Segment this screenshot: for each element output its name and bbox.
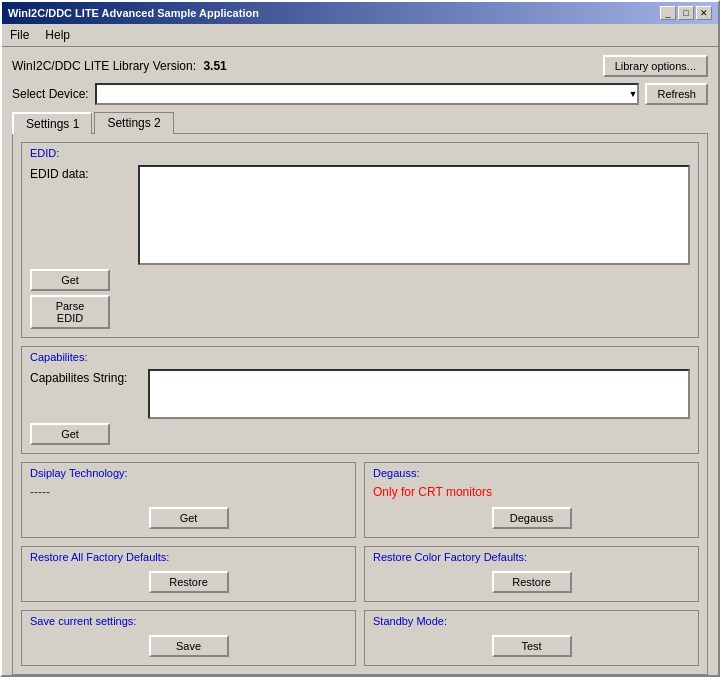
- bottom-row1: Dsiplay Technology: ----- Get Degauss: O…: [21, 462, 699, 538]
- title-text: WinI2C/DDC LITE Advanced Sample Applicat…: [8, 7, 259, 19]
- display-tech-value: -----: [30, 485, 347, 499]
- restore-all-section: Restore All Factory Defaults: Restore: [21, 546, 356, 602]
- content-area: WinI2C/DDC LITE Library Version: 3.51 Li…: [2, 47, 718, 677]
- test-button[interactable]: Test: [492, 635, 572, 657]
- caps-string-textarea[interactable]: [148, 369, 690, 419]
- tab-container: Settings 1 Settings 2 EDID: EDID data: G…: [12, 111, 708, 675]
- close-button[interactable]: ✕: [696, 6, 712, 20]
- edid-section-title: EDID:: [30, 147, 690, 159]
- library-options-button[interactable]: Library options...: [603, 55, 708, 77]
- menu-help[interactable]: Help: [41, 26, 74, 44]
- restore-color-section: Restore Color Factory Defaults: Restore: [364, 546, 699, 602]
- edid-get-button[interactable]: Get: [30, 269, 110, 291]
- select-device-row: Select Device: Refresh: [12, 83, 708, 105]
- capabilities-section-title: Capabilites:: [30, 351, 690, 363]
- refresh-button[interactable]: Refresh: [645, 83, 708, 105]
- caps-get-button[interactable]: Get: [30, 423, 110, 445]
- main-window: WinI2C/DDC LITE Advanced Sample Applicat…: [0, 0, 720, 677]
- title-controls: _ □ ✕: [660, 6, 712, 20]
- device-select-wrapper: [95, 83, 640, 105]
- edid-data-textarea[interactable]: [138, 165, 690, 265]
- tab-settings1[interactable]: Settings 1: [12, 112, 92, 134]
- title-bar: WinI2C/DDC LITE Advanced Sample Applicat…: [2, 2, 718, 24]
- save-settings-title: Save current settings:: [30, 615, 347, 627]
- degauss-section: Degauss: Only for CRT monitors Degauss: [364, 462, 699, 538]
- edid-data-label: EDID data:: [30, 165, 130, 181]
- tab-content-settings1: EDID: EDID data: Get Parse EDID Capabili…: [12, 133, 708, 675]
- degauss-title: Degauss:: [373, 467, 690, 479]
- device-select[interactable]: [95, 83, 640, 105]
- bottom-row3: Save current settings: Save Standby Mode…: [21, 610, 699, 666]
- display-tech-section: Dsiplay Technology: ----- Get: [21, 462, 356, 538]
- standby-title: Standby Mode:: [373, 615, 690, 627]
- bottom-row2: Restore All Factory Defaults: Restore Re…: [21, 546, 699, 602]
- caps-row: Capabilites String:: [30, 369, 690, 419]
- tabs-header: Settings 1 Settings 2: [12, 111, 708, 133]
- crt-only-text: Only for CRT monitors: [373, 485, 690, 499]
- parse-edid-button[interactable]: Parse EDID: [30, 295, 110, 329]
- restore-color-button[interactable]: Restore: [492, 571, 572, 593]
- save-settings-section: Save current settings: Save: [21, 610, 356, 666]
- lib-version-label: WinI2C/DDC LITE Library Version: 3.51: [12, 59, 227, 73]
- degauss-button[interactable]: Degauss: [492, 507, 572, 529]
- edid-section: EDID: EDID data: Get Parse EDID: [21, 142, 699, 338]
- standby-section: Standby Mode: Test: [364, 610, 699, 666]
- display-tech-get-button[interactable]: Get: [149, 507, 229, 529]
- save-button[interactable]: Save: [149, 635, 229, 657]
- display-tech-title: Dsiplay Technology:: [30, 467, 347, 479]
- restore-color-title: Restore Color Factory Defaults:: [373, 551, 690, 563]
- caps-string-label: Capabilites String:: [30, 369, 140, 385]
- tab-settings2[interactable]: Settings 2: [94, 112, 173, 134]
- edid-row: EDID data:: [30, 165, 690, 265]
- menu-file[interactable]: File: [6, 26, 33, 44]
- lib-version-value: 3.51: [203, 59, 226, 73]
- restore-all-title: Restore All Factory Defaults:: [30, 551, 347, 563]
- header-row: WinI2C/DDC LITE Library Version: 3.51 Li…: [12, 55, 708, 77]
- edid-buttons: Get Parse EDID: [30, 269, 690, 329]
- capabilities-section: Capabilites: Capabilites String: Get: [21, 346, 699, 454]
- menu-bar: File Help: [2, 24, 718, 47]
- select-device-label: Select Device:: [12, 87, 89, 101]
- maximize-button[interactable]: □: [678, 6, 694, 20]
- minimize-button[interactable]: _: [660, 6, 676, 20]
- restore-all-button[interactable]: Restore: [149, 571, 229, 593]
